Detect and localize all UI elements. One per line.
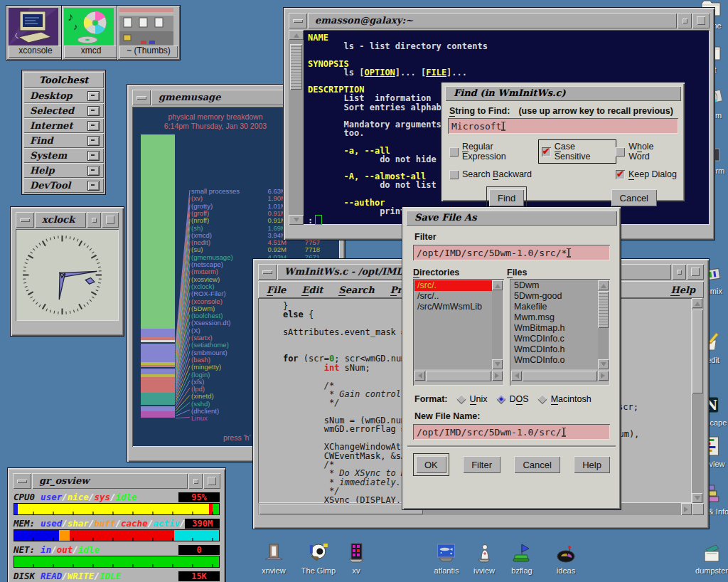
diamond-radio-icon[interactable]: [537, 394, 547, 404]
checkbox-regular-expression[interactable]: Regular Expression: [449, 142, 539, 162]
directories-hscrollbar[interactable]: [414, 371, 503, 381]
window-minimize-button[interactable]: [16, 212, 34, 228]
toolchest-item-system[interactable]: System: [23, 148, 104, 163]
checkbox-box[interactable]: [616, 147, 625, 157]
checkbox-box[interactable]: ✔: [616, 170, 625, 179]
checkbox-whole-word[interactable]: Whole Word: [616, 142, 677, 162]
checkbox-box[interactable]: [449, 170, 459, 179]
scroll-up-button[interactable]: [692, 298, 702, 308]
files-list[interactable]: 5Dwm5Dwm-goodMakefileMwm.msgWmBitmap.hWm…: [510, 279, 610, 386]
terminal-scrollbar[interactable]: [289, 30, 304, 225]
resize-corner[interactable]: [692, 503, 704, 515]
editor-vertical-scrollbar[interactable]: [692, 298, 704, 503]
new-file-name-input[interactable]: /opt/IMD/src/5Dwm-1.0/src/: [413, 424, 610, 440]
search-input[interactable]: Microsoft: [448, 118, 678, 134]
window-minimize-button[interactable]: [289, 13, 307, 28]
desktop-icon-xv[interactable]: xv: [345, 542, 368, 575]
toolchest-item-internet[interactable]: Internet: [23, 118, 104, 133]
window-title[interactable]: emasson@galaxy:~: [308, 13, 677, 28]
checkbox-case-sensitive[interactable]: ✔Case Sensitive: [539, 140, 616, 163]
file-item[interactable]: WmBitmap.h: [511, 323, 598, 334]
toolchest-item-selected[interactable]: Selected: [23, 103, 104, 118]
iconified-window-thumbs[interactable]: ~ (Thumbs): [117, 5, 181, 60]
window-minimize-button[interactable]: [258, 264, 277, 280]
directory-item[interactable]: /src/..: [414, 291, 492, 302]
window-title[interactable]: gr_osview: [32, 473, 188, 489]
toolchest-item-find[interactable]: Find: [23, 133, 104, 148]
directories-scrollbar[interactable]: [492, 280, 503, 369]
scrollbar-thumb[interactable]: [598, 291, 609, 328]
dialog-title[interactable]: Find (in WmInitWs.c): [445, 86, 681, 101]
window-restore-button[interactable]: [672, 264, 686, 280]
window-restore-button[interactable]: [87, 212, 101, 228]
ok-button[interactable]: OK: [416, 456, 446, 473]
file-item[interactable]: Mwm.msg: [511, 312, 598, 323]
scroll-down-button[interactable]: [598, 359, 609, 369]
menu-search[interactable]: Search: [338, 285, 374, 295]
desktop-icon-ideas[interactable]: ideas: [554, 542, 578, 575]
diamond-radio-icon[interactable]: [496, 394, 505, 404]
iconified-window-xmcd[interactable]: ♪♪ xmcd: [61, 5, 121, 60]
toolchest-item-devtool[interactable]: DevTool: [23, 178, 104, 193]
window-restore-button[interactable]: [188, 473, 203, 489]
file-item[interactable]: Makefile: [511, 302, 598, 312]
window-restore-button[interactable]: [678, 13, 692, 28]
directory-item[interactable]: /src/WmWsmLib: [414, 302, 492, 312]
scroll-left-button[interactable]: [511, 371, 522, 381]
checkbox-box[interactable]: ✔: [542, 147, 551, 157]
scroll-up-button[interactable]: [289, 30, 304, 40]
diamond-radio-icon[interactable]: [456, 394, 466, 404]
scrollbar-thumb[interactable]: [692, 309, 703, 393]
format-radio-macintosh[interactable]: Macintosh: [539, 394, 592, 404]
scroll-up-button[interactable]: [598, 280, 609, 290]
dialog-title[interactable]: Save File As: [406, 211, 617, 226]
window-maximize-button[interactable]: [102, 212, 119, 228]
desktop-icon-atlantis[interactable]: atlantis: [434, 542, 459, 575]
cancel-button[interactable]: Cancel: [611, 189, 657, 206]
checkbox-search-backward[interactable]: Search Backward: [449, 169, 532, 179]
directories-list[interactable]: /src/./src/../src/WmWsmLib: [413, 279, 504, 386]
scroll-up-button[interactable]: [492, 280, 503, 290]
files-scrollbar[interactable]: [598, 280, 609, 369]
menu-file[interactable]: File: [267, 285, 286, 295]
help-button[interactable]: Help: [574, 456, 610, 473]
window-minimize-button[interactable]: [132, 90, 151, 105]
desktop-icon-xnview[interactable]: xnview: [262, 542, 286, 575]
scroll-right-button[interactable]: [681, 503, 692, 515]
find-button[interactable]: Find: [489, 189, 524, 206]
scroll-right-button[interactable]: [598, 371, 609, 381]
checkbox-keep-dialog[interactable]: ✔Keep Dialog: [616, 169, 677, 179]
files-hscrollbar[interactable]: [511, 371, 609, 381]
checkbox-box[interactable]: [449, 147, 459, 157]
file-item[interactable]: WmCDInfo.o: [511, 355, 598, 366]
directory-item[interactable]: /src/.: [414, 280, 492, 291]
window-title[interactable]: xclock: [35, 212, 86, 228]
filter-input[interactable]: /opt/IMD/src/5Dwm-1.0/src/*: [413, 245, 610, 260]
scroll-left-button[interactable]: [414, 371, 425, 381]
file-item[interactable]: 5Dwm-good: [511, 291, 598, 302]
menu-help[interactable]: Help: [670, 285, 695, 295]
filter-button[interactable]: Filter: [463, 456, 500, 473]
cancel-button[interactable]: Cancel: [514, 456, 560, 473]
desktop-icon-the-gimp[interactable]: The Gimp: [301, 542, 336, 575]
toolchest-item-desktop[interactable]: Desktop: [23, 88, 104, 103]
file-item[interactable]: WmCDInfo.c: [511, 334, 598, 344]
desktop-icon-dumpster[interactable]: dumpster: [695, 542, 728, 575]
desktop-icon-bzflag[interactable]: bzflag: [510, 542, 534, 575]
scrollbar-thumb[interactable]: [259, 504, 423, 514]
file-item[interactable]: WmCDInfo.h: [511, 344, 598, 355]
toolchest-item-help[interactable]: Help: [23, 163, 104, 178]
iconified-window-xconsole[interactable]: xconsole: [6, 5, 65, 60]
format-radio-dos[interactable]: DOS: [498, 394, 529, 404]
scroll-down-button[interactable]: [492, 359, 503, 369]
scroll-right-button[interactable]: [492, 371, 503, 381]
desktop-icon-ivview[interactable]: ivview: [473, 542, 496, 575]
menu-edit[interactable]: Edit: [301, 285, 323, 295]
format-radio-unix[interactable]: Unix: [458, 394, 488, 404]
window-minimize-button[interactable]: [13, 473, 31, 489]
window-maximize-button[interactable]: [687, 264, 704, 280]
scroll-down-button[interactable]: [289, 215, 304, 225]
file-item[interactable]: 5Dwm: [511, 280, 598, 291]
scrollbar-thumb[interactable]: [290, 44, 302, 90]
window-maximize-button[interactable]: [692, 13, 710, 28]
